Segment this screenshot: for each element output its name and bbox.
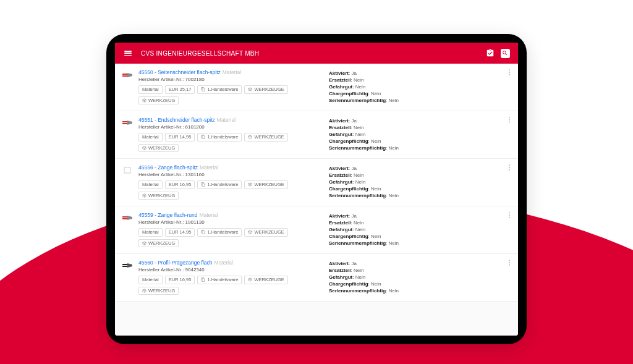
copy-ico-icon: [201, 230, 205, 234]
copy-ico-icon: [201, 277, 205, 282]
search-icon: [501, 49, 510, 58]
chip-material[interactable]: Material: [138, 228, 163, 237]
app-header: CVS INGENIEURGESELLSCHAFT MBH: [115, 43, 518, 64]
chip-werkzeuge[interactable]: WERKZEUGE: [244, 85, 287, 94]
chip-price[interactable]: EUR 14,95: [165, 228, 195, 237]
more-options-button[interactable]: [504, 67, 514, 77]
item-type-label: Material: [199, 212, 218, 218]
chip-material[interactable]: Material: [138, 133, 163, 142]
chip-material[interactable]: Material: [138, 276, 163, 284]
item-type-label: Material: [217, 117, 236, 123]
item-title-link[interactable]: 45556 - Zange flach-spitz: [138, 164, 198, 171]
copy-ico-icon: [201, 135, 205, 139]
item-mfr-number: Hersteller Artikel-Nr.: 1901130: [138, 219, 324, 225]
item-details: Aktiviert: JaErsatzteil: NeinGefahrgut: …: [329, 164, 512, 200]
item-thumbnail: [121, 261, 134, 269]
chip-row: MaterialEUR 14,951.HandelswareWERKZEUGEW…: [138, 228, 324, 247]
clipboard-button[interactable]: [483, 46, 497, 60]
item-details: Aktiviert: JaErsatzteil: NeinGefahrgut: …: [329, 259, 512, 295]
item-main: 45559 - Zange flach-rundMaterialHerstell…: [138, 211, 324, 247]
chip-price[interactable]: EUR 14,95: [165, 133, 195, 142]
chip-werkzeuge[interactable]: WERKZEUGE: [244, 276, 287, 284]
item-title-link[interactable]: 45551 - Endschneider flach-spitz: [138, 117, 215, 123]
chip-werkzeug[interactable]: WERKZEUG: [138, 287, 179, 295]
box-ico-icon: [142, 146, 147, 150]
chip-row: MaterialEUR 14,951.HandelswareWERKZEUGEW…: [138, 133, 324, 152]
chip-handelsware[interactable]: 1.Handelsware: [197, 180, 242, 189]
chip-price[interactable]: EUR 16,95: [165, 180, 195, 189]
box-ico-icon: [248, 87, 252, 91]
item-mfr-number: Hersteller Artikel-Nr.: 7002180: [138, 77, 324, 82]
chip-werkzeug[interactable]: WERKZEUG: [138, 96, 179, 105]
list-item: 45551 - Endschneider flach-spitzMaterial…: [115, 111, 518, 159]
chip-werkzeug[interactable]: WERKZEUG: [138, 144, 179, 153]
item-type-label: Material: [200, 164, 218, 171]
app-title: CVS INGENIEURGESELLSCHAFT MBH: [141, 50, 259, 57]
list-item: 45550 - Seitenschneider flach-spitzMater…: [115, 64, 518, 111]
item-thumbnail: [121, 214, 134, 221]
chip-handelsware[interactable]: 1.Handelsware: [197, 85, 242, 94]
item-mfr-number: Hersteller Artikel-Nr.: 1301160: [138, 172, 324, 177]
more-options-button[interactable]: [504, 115, 514, 125]
chip-price[interactable]: EUR 16,95: [165, 276, 195, 284]
box-ico-icon: [248, 135, 252, 139]
chip-handelsware[interactable]: 1.Handelsware: [197, 276, 242, 284]
item-mfr-number: Hersteller Artikel-Nr.: 9042340: [138, 267, 324, 273]
box-ico-icon: [142, 289, 147, 293]
tablet-frame: CVS INGENIEURGESELLSCHAFT MBH 45550 - Se…: [106, 34, 527, 344]
copy-ico-icon: [201, 87, 205, 91]
chip-werkzeuge[interactable]: WERKZEUGE: [244, 180, 287, 189]
list-item: 45560 - Profil-Prägezange flachMaterialH…: [115, 254, 518, 302]
item-details: Aktiviert: JaErsatzteil: NeinGefahrgut: …: [329, 69, 512, 104]
chip-price[interactable]: EUR 25,17: [165, 85, 195, 94]
more-vertical-icon: [509, 212, 511, 218]
app-screen: CVS INGENIEURGESELLSCHAFT MBH 45550 - Se…: [115, 43, 518, 336]
item-title-link[interactable]: 45550 - Seitenschneider flach-spitz: [138, 69, 221, 75]
more-vertical-icon: [509, 164, 511, 171]
more-options-button[interactable]: [504, 210, 514, 220]
more-vertical-icon: [509, 117, 511, 123]
clipboard-icon: [486, 49, 495, 57]
list-item: 45559 - Zange flach-rundMaterialHerstell…: [115, 206, 518, 254]
chip-row: MaterialEUR 25,171.HandelswareWERKZEUGEW…: [138, 85, 324, 104]
item-type-label: Material: [223, 69, 241, 75]
chip-werkzeuge[interactable]: WERKZEUGE: [244, 133, 287, 142]
item-list: 45550 - Seitenschneider flach-spitzMater…: [115, 64, 518, 336]
box-ico-icon: [142, 98, 147, 103]
item-thumbnail: [121, 71, 134, 78]
item-main: 45560 - Profil-Prägezange flachMaterialH…: [138, 259, 324, 295]
more-options-button[interactable]: [504, 163, 514, 172]
more-options-button[interactable]: [504, 258, 514, 268]
item-main: 45556 - Zange flach-spitzMaterialHerstel…: [138, 164, 324, 200]
item-type-label: Material: [215, 260, 233, 266]
item-details: Aktiviert: JaErsatzteil: NeinGefahrgut: …: [329, 211, 512, 247]
chip-werkzeug[interactable]: WERKZEUG: [138, 239, 179, 248]
chip-werkzeug[interactable]: WERKZEUG: [138, 192, 179, 200]
box-ico-icon: [142, 193, 147, 198]
list-item: 45556 - Zange flach-spitzMaterialHerstel…: [115, 159, 518, 206]
hamburger-icon: [124, 51, 132, 56]
chip-row: MaterialEUR 16,951.HandelswareWERKZEUGEW…: [138, 180, 324, 200]
more-vertical-icon: [509, 69, 511, 75]
copy-ico-icon: [201, 182, 205, 187]
item-details: Aktiviert: JaErsatzteil: NeinGefahrgut: …: [329, 116, 512, 152]
chip-row: MaterialEUR 16,951.HandelswareWERKZEUGEW…: [138, 276, 324, 295]
box-ico-icon: [248, 277, 252, 282]
box-ico-icon: [142, 241, 147, 245]
item-title-link[interactable]: 45560 - Profil-Prägezange flach: [138, 260, 213, 266]
search-button[interactable]: [498, 46, 512, 60]
chip-material[interactable]: Material: [138, 180, 163, 189]
item-thumbnail: [121, 166, 134, 174]
item-main: 45550 - Seitenschneider flach-spitzMater…: [138, 69, 324, 104]
item-main: 45551 - Endschneider flach-spitzMaterial…: [138, 116, 324, 152]
chip-material[interactable]: Material: [138, 85, 163, 94]
chip-handelsware[interactable]: 1.Handelsware: [197, 133, 242, 142]
menu-button[interactable]: [121, 46, 135, 60]
box-ico-icon: [248, 230, 252, 234]
item-thumbnail: [121, 119, 134, 126]
item-mfr-number: Hersteller Artikel-Nr.: 6101200: [138, 124, 324, 130]
more-vertical-icon: [509, 260, 511, 266]
chip-handelsware[interactable]: 1.Handelsware: [197, 228, 242, 237]
chip-werkzeuge[interactable]: WERKZEUGE: [244, 228, 287, 237]
item-title-link[interactable]: 45559 - Zange flach-rund: [138, 212, 197, 218]
